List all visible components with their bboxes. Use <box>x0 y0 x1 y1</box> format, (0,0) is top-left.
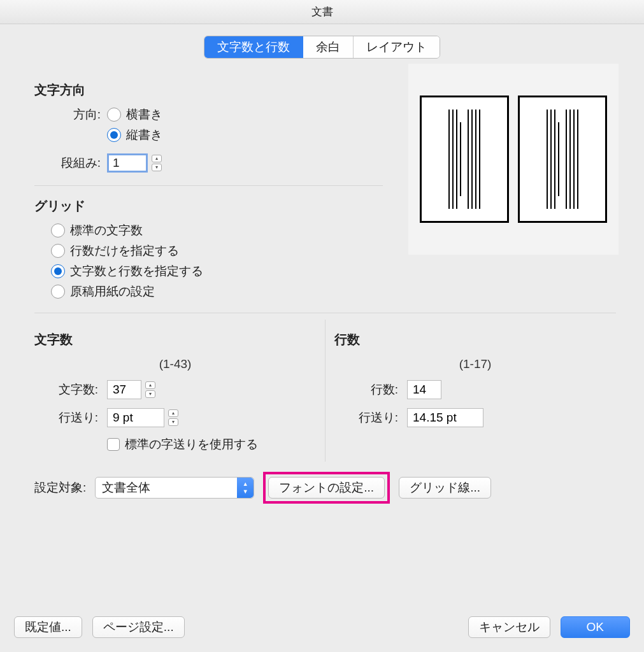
char-pitch-stepper[interactable]: ▴▾ <box>168 409 180 426</box>
columns-input[interactable]: 1 <box>107 153 148 173</box>
radio-vertical-label: 縦書き <box>126 127 162 143</box>
line-count-label: 行数: <box>334 381 398 398</box>
radio-manuscript-label: 原稿用紙の設定 <box>70 283 155 300</box>
cancel-button[interactable]: キャンセル <box>468 616 550 638</box>
radio-chars-and-lines-label: 文字数と行数を指定する <box>70 263 203 280</box>
gridlines-button[interactable]: グリッド線... <box>399 477 491 499</box>
radio-manuscript[interactable] <box>51 285 65 299</box>
tab-layout[interactable]: レイアウト <box>354 36 440 58</box>
line-pitch-label: 行送り: <box>334 409 398 426</box>
direction-label: 方向: <box>25 106 101 123</box>
preview-page-left <box>420 96 509 223</box>
radio-horizontal[interactable] <box>107 108 121 122</box>
radio-chars-and-lines[interactable] <box>51 264 65 278</box>
radio-lines-only[interactable] <box>51 244 65 258</box>
columns-label: 段組み: <box>25 155 101 171</box>
char-count-range: (1-43) <box>34 357 316 371</box>
radio-vertical[interactable] <box>107 128 121 142</box>
tab-bar: 文字数と行数 余白 レイアウト <box>0 36 644 59</box>
page-preview <box>408 64 619 255</box>
radio-std-chars[interactable] <box>51 223 65 237</box>
radio-horizontal-label: 横書き <box>126 106 162 123</box>
use-std-pitch-label: 標準の字送りを使用する <box>125 436 258 453</box>
dialog-footer: 既定値... ページ設定... キャンセル OK <box>0 606 644 652</box>
apply-to-label: 設定対象: <box>34 479 86 496</box>
char-pitch-input[interactable] <box>107 408 164 427</box>
use-std-pitch-checkbox[interactable] <box>107 438 120 451</box>
preview-page-right <box>518 96 607 223</box>
tab-margin[interactable]: 余白 <box>303 36 354 58</box>
tab-chars-lines[interactable]: 文字数と行数 <box>204 36 303 58</box>
char-count-label: 文字数: <box>34 381 98 398</box>
page-setup-button[interactable]: ページ設定... <box>92 616 185 638</box>
section-line-count: 行数 <box>334 331 616 348</box>
char-count-stepper[interactable]: ▴▾ <box>145 381 157 398</box>
defaults-button[interactable]: 既定値... <box>14 616 82 638</box>
window-title: 文書 <box>0 0 644 24</box>
apply-to-dropdown[interactable]: 文書全体 ▲▼ <box>95 477 254 499</box>
char-count-input[interactable] <box>107 380 141 399</box>
section-char-count: 文字数 <box>34 331 316 348</box>
apply-to-value: 文書全体 <box>102 479 150 496</box>
columns-stepper[interactable]: ▴▾ <box>152 155 163 171</box>
font-settings-button[interactable]: フォントの設定... <box>268 477 385 499</box>
char-pitch-label: 行送り: <box>34 409 98 426</box>
line-pitch-input[interactable] <box>407 408 483 427</box>
font-settings-highlight: フォントの設定... <box>263 472 390 504</box>
radio-std-chars-label: 標準の文字数 <box>70 222 143 239</box>
ok-button[interactable]: OK <box>561 616 630 638</box>
dropdown-caret-icon: ▲▼ <box>237 478 254 498</box>
radio-lines-only-label: 行数だけを指定する <box>70 243 179 259</box>
line-count-input[interactable] <box>407 380 441 399</box>
line-count-range: (1-17) <box>334 357 616 371</box>
